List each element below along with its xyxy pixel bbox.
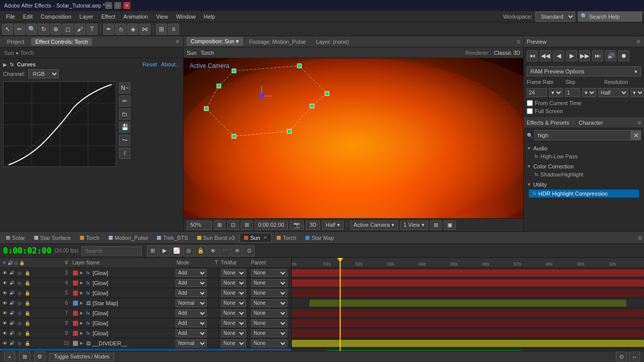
tab-effect-controls[interactable]: Effect Controls: Torch xyxy=(31,38,92,46)
tl-render-queue-btn[interactable]: ⊞ xyxy=(19,351,30,363)
magnify-tool[interactable]: 🔍 xyxy=(26,24,37,35)
layer-trikmask-sel-10[interactable]: None None xyxy=(221,339,246,347)
frame-rate-input[interactable] xyxy=(527,88,547,97)
eraser-tool[interactable]: ◈ xyxy=(127,24,138,35)
layer-trikmask-sel-7[interactable]: None None xyxy=(221,309,246,317)
tl-motion-blur-btn[interactable]: ≋ xyxy=(231,245,243,256)
menu-window[interactable]: Window xyxy=(172,13,200,21)
curves-draw-tool[interactable]: N~ xyxy=(119,82,130,94)
curves-linear-btn[interactable]: / xyxy=(119,148,130,159)
layer-expand-7[interactable]: ▶ xyxy=(78,310,85,316)
viewer-active-camera[interactable]: Active Camera ▾ xyxy=(350,221,398,230)
prev-first-btn[interactable]: ⏮ xyxy=(527,50,538,61)
layer-lock-8[interactable]: 🔒 xyxy=(24,320,31,327)
layer-audio-9[interactable]: 🔊 xyxy=(9,330,16,337)
resolution-select[interactable]: HalfFullQuarter xyxy=(598,88,628,97)
clone-tool[interactable]: ⎋ xyxy=(115,24,126,35)
tl-bar-11[interactable] xyxy=(327,350,521,351)
tl-bar-4[interactable] xyxy=(292,280,644,287)
effects-search-clear-btn[interactable]: ✕ xyxy=(631,130,641,140)
tl-tab-trek-bts[interactable]: Trek_BTS xyxy=(153,233,192,243)
effect-hdr-highlight[interactable]: fx HDR Highlight Compression xyxy=(529,190,639,198)
layer-row-6[interactable]: 👁 🔊 ◎ 🔒 6 ▶ 🖼 [Star Map] Normal Normal A… xyxy=(0,298,291,308)
from-current-label[interactable]: From Current Time xyxy=(535,100,581,106)
resolution-dropdown[interactable]: ▾ xyxy=(630,88,644,97)
tl-tab-torch2[interactable]: Torch xyxy=(273,233,300,243)
curves-about-btn[interactable]: About... xyxy=(161,61,180,67)
layer-solo-5[interactable]: ◎ xyxy=(16,290,23,297)
tl-tab-torch[interactable]: Torch xyxy=(76,233,104,243)
minimize-button[interactable]: — xyxy=(105,2,112,9)
puppet-tool[interactable]: ⋈ xyxy=(139,24,150,35)
full-screen-checkbox[interactable] xyxy=(527,108,533,114)
layer-eye-4[interactable]: 👁 xyxy=(1,280,8,287)
layer-lock-3[interactable]: 🔒 xyxy=(24,269,31,277)
rotate-tool[interactable]: ↻ xyxy=(38,24,49,35)
layer-solo-8[interactable]: ◎ xyxy=(16,320,23,327)
prev-record-btn[interactable]: ⏺ xyxy=(618,50,629,61)
full-screen-label[interactable]: Full Screen xyxy=(535,108,563,114)
menu-view[interactable]: View xyxy=(152,13,172,21)
preview-panel-close[interactable]: ✕ xyxy=(636,38,641,45)
viewer-fit-btn[interactable]: ⊞ xyxy=(214,221,225,230)
layer-trikmask-sel-5[interactable]: None None xyxy=(221,289,246,297)
tl-go-to-time-btn[interactable]: ⊙ xyxy=(616,351,627,363)
layer-solo-9[interactable]: ◎ xyxy=(16,330,23,337)
tl-tab-sun-burst[interactable]: Sun Burst v3 xyxy=(193,233,239,243)
menu-effect[interactable]: Effect xyxy=(97,13,119,21)
layer-solo-4[interactable]: ◎ xyxy=(16,280,23,287)
layer-mode-8[interactable]: Add Normal Add Multiply Screen xyxy=(176,319,207,327)
layer-eye-7[interactable]: 👁 xyxy=(1,310,8,317)
effects-panel-menu[interactable]: ≡ xyxy=(637,119,641,126)
layer-trikmask-sel-8[interactable]: None None xyxy=(221,319,246,327)
menu-animation[interactable]: Animation xyxy=(119,13,152,21)
anchor-tool[interactable]: ⊕ xyxy=(50,24,61,35)
layer-expand-10[interactable]: ▶ xyxy=(78,340,85,346)
tl-comp-mini-btn[interactable]: ⊞ xyxy=(147,245,158,256)
layer-row-5[interactable]: 👁 🔊 ◎ 🔒 5 ▶ fx [Glow] Add Normal Add Mul… xyxy=(0,288,291,298)
layer-trikmask-sel-3[interactable]: None None xyxy=(221,269,246,277)
effects-search-input[interactable] xyxy=(534,130,631,140)
tl-bar-10[interactable] xyxy=(292,340,644,347)
tl-tab-star-map[interactable]: Star Map xyxy=(301,233,338,243)
tl-tab-solar[interactable]: Solar xyxy=(2,233,29,243)
tl-bar-8[interactable] xyxy=(292,320,644,327)
snap-tool[interactable]: ⊞ xyxy=(156,24,167,35)
layer-lock-10[interactable]: 🔒 xyxy=(24,340,31,347)
tl-adjust-btn[interactable]: ⊙ xyxy=(244,245,255,256)
layer-expand-5[interactable]: ▶ xyxy=(78,290,85,296)
tl-tab-star-surface[interactable]: Star Surface xyxy=(30,233,75,243)
tl-frame-blend-btn[interactable]: ⋯ xyxy=(219,245,230,256)
layer-trikmask-sel-6[interactable]: None None xyxy=(221,299,246,307)
tl-tab-sun[interactable]: Sun ✕ xyxy=(239,233,272,243)
layer-parent-sel-6[interactable]: None None xyxy=(251,299,287,307)
curves-reset-btn[interactable]: Reset xyxy=(142,61,157,67)
tl-bar-5[interactable] xyxy=(292,290,644,297)
layer-mode-7[interactable]: Add Normal Add Multiply Screen xyxy=(176,309,207,317)
viewer-grid-btn[interactable]: ⊞ xyxy=(241,221,253,230)
layer-audio-8[interactable]: 🔊 xyxy=(9,320,16,327)
layer-solo-6[interactable]: ◎ xyxy=(16,300,23,307)
selection-tool[interactable]: ↖ xyxy=(2,24,13,35)
prev-last-btn[interactable]: ⏭ xyxy=(592,50,603,61)
layer-solo-3[interactable]: ◎ xyxy=(16,269,23,277)
text-tool[interactable]: T xyxy=(87,24,98,35)
layer-expand-6[interactable]: ▶ xyxy=(78,300,85,306)
audio-category-header[interactable]: ▼ Audio xyxy=(527,144,641,152)
layer-audio-10[interactable]: 🔊 xyxy=(9,340,16,347)
prev-back-btn[interactable]: ◀ xyxy=(553,50,564,61)
panel-close-btn[interactable]: ✕ xyxy=(175,38,180,45)
effect-shadow-highlight[interactable]: fx Shadow/Highlight xyxy=(527,170,641,178)
layer-parent-sel-3[interactable]: None None xyxy=(251,269,287,277)
layer-solo-7[interactable]: ◎ xyxy=(16,310,23,317)
layer-eye-8[interactable]: 👁 xyxy=(1,320,8,327)
layer-expand-3[interactable]: ▶ xyxy=(78,270,85,276)
effect-high-low-pass[interactable]: fx High-Low Pass xyxy=(527,152,641,160)
comp-sun-tab[interactable]: Sun xyxy=(187,50,197,56)
tl-search-input[interactable] xyxy=(82,246,142,255)
curves-open-btn[interactable]: 🗀 xyxy=(119,109,130,120)
layer-lock-7[interactable]: 🔒 xyxy=(24,310,31,317)
prev-forward-btn[interactable]: ▶▶ xyxy=(579,50,590,61)
utility-category-header[interactable]: ▼ Utility xyxy=(527,180,641,189)
layer-lock-4[interactable]: 🔒 xyxy=(24,280,31,287)
